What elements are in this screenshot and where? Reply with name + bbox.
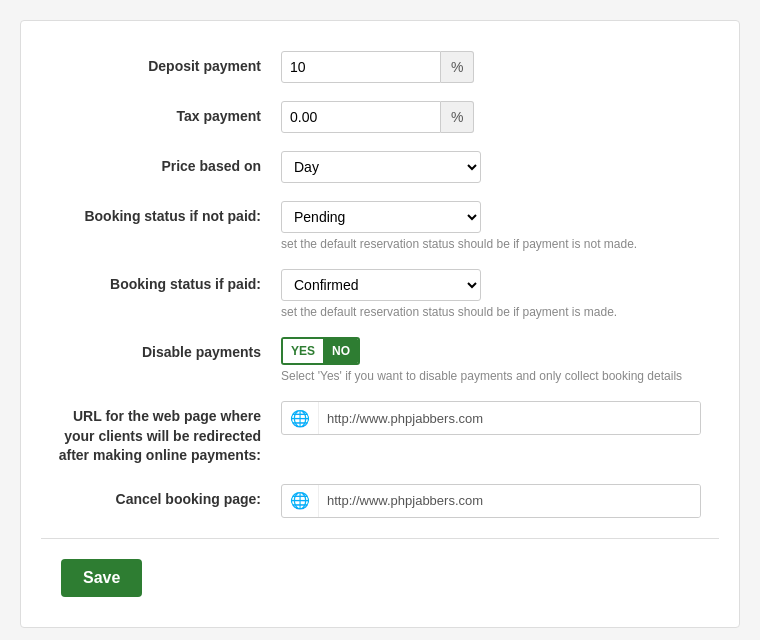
save-button-wrap: Save — [41, 559, 719, 597]
deposit-payment-input-group: % — [281, 51, 719, 83]
save-button[interactable]: Save — [61, 559, 142, 597]
cancel-url-label: Cancel booking page: — [41, 484, 281, 510]
booking-status-paid-row: Booking status if paid: Confirmed Pendin… — [41, 269, 719, 319]
disable-payments-controls: YES NO Select 'Yes' if you want to disab… — [281, 337, 719, 383]
toggle-yes-option[interactable]: YES — [283, 339, 324, 363]
price-based-on-select[interactable]: Day Hour Night — [281, 151, 481, 183]
tax-payment-row: Tax payment % — [41, 101, 719, 133]
tax-payment-input-group: % — [281, 101, 719, 133]
cancel-url-controls: 🌐 — [281, 484, 719, 518]
disable-payments-label: Disable payments — [41, 337, 281, 363]
booking-status-not-paid-controls: Pending Confirmed Cancelled set the defa… — [281, 201, 719, 251]
toggle-group: YES NO — [281, 337, 719, 365]
booking-status-not-paid-label: Booking status if not paid: — [41, 201, 281, 227]
booking-status-paid-label: Booking status if paid: — [41, 269, 281, 295]
price-based-on-row: Price based on Day Hour Night — [41, 151, 719, 183]
booking-status-not-paid-select[interactable]: Pending Confirmed Cancelled — [281, 201, 481, 233]
disable-payments-hint: Select 'Yes' if you want to disable paym… — [281, 369, 719, 383]
tax-payment-controls: % — [281, 101, 719, 133]
cancel-url-input-group: 🌐 — [281, 484, 701, 518]
redirect-url-label: URL for the web page where your clients … — [41, 401, 281, 466]
deposit-payment-input[interactable] — [281, 51, 441, 83]
deposit-payment-label: Deposit payment — [41, 51, 281, 77]
redirect-url-row: URL for the web page where your clients … — [41, 401, 719, 466]
globe-icon-cancel: 🌐 — [282, 485, 319, 517]
disable-payments-row: Disable payments YES NO Select 'Yes' if … — [41, 337, 719, 383]
booking-status-paid-select[interactable]: Confirmed Pending Cancelled — [281, 269, 481, 301]
section-divider — [41, 538, 719, 539]
settings-form: Deposit payment % Tax payment % Price ba… — [20, 20, 740, 628]
deposit-payment-row: Deposit payment % — [41, 51, 719, 83]
booking-status-not-paid-hint: set the default reservation status shoul… — [281, 237, 719, 251]
deposit-payment-suffix: % — [441, 51, 474, 83]
cancel-url-input[interactable] — [319, 485, 700, 517]
tax-payment-suffix: % — [441, 101, 474, 133]
booking-status-paid-controls: Confirmed Pending Cancelled set the defa… — [281, 269, 719, 319]
disable-payments-toggle[interactable]: YES NO — [281, 337, 360, 365]
redirect-url-input[interactable] — [319, 402, 700, 434]
booking-status-paid-hint: set the default reservation status shoul… — [281, 305, 719, 319]
price-based-on-controls: Day Hour Night — [281, 151, 719, 183]
tax-payment-input[interactable] — [281, 101, 441, 133]
globe-icon: 🌐 — [282, 402, 319, 434]
price-based-on-label: Price based on — [41, 151, 281, 177]
toggle-no-option[interactable]: NO — [324, 339, 358, 363]
redirect-url-input-group: 🌐 — [281, 401, 701, 435]
booking-status-not-paid-row: Booking status if not paid: Pending Conf… — [41, 201, 719, 251]
deposit-payment-controls: % — [281, 51, 719, 83]
cancel-url-row: Cancel booking page: 🌐 — [41, 484, 719, 518]
tax-payment-label: Tax payment — [41, 101, 281, 127]
redirect-url-controls: 🌐 — [281, 401, 719, 435]
